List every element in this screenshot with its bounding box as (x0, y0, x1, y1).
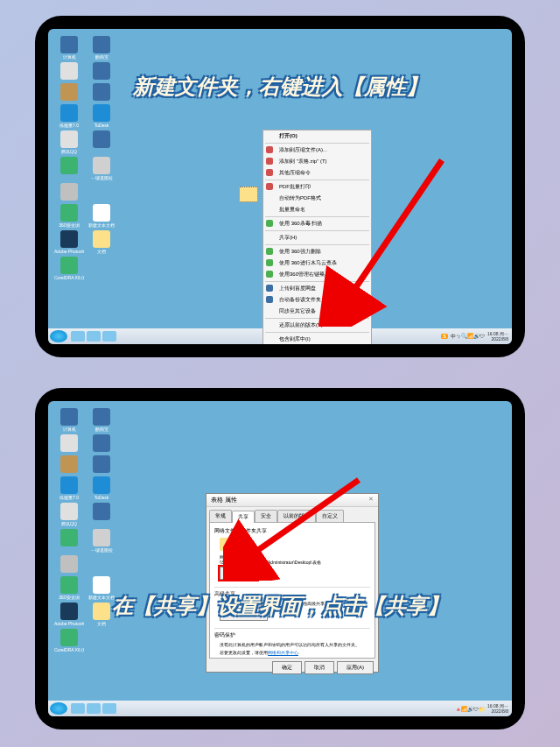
close-icon[interactable]: ✕ (368, 496, 374, 504)
folder-icon (220, 538, 235, 551)
context-menu-item[interactable]: 上传到百度网盘 (263, 283, 371, 294)
folder-status-label: 共享式 (240, 544, 253, 550)
taskbar-item[interactable] (87, 703, 101, 714)
desktop-icon[interactable] (88, 130, 116, 154)
desktop-icon[interactable] (88, 62, 116, 81)
context-menu-item[interactable]: 批量重命名 (263, 204, 371, 215)
share-button[interactable]: 共享(S)... (220, 567, 257, 580)
desktop-icon[interactable]: 一键退图拉 (88, 157, 116, 180)
context-menu-item[interactable]: 添加到 "表格.zip" (T) (263, 156, 371, 167)
context-menu-item[interactable]: 同步至其它设备 (263, 306, 371, 317)
dialog-footer: 确定 取消 应用(A) (206, 659, 378, 677)
desktop-icon[interactable] (55, 455, 83, 474)
desktop-icons-grid: 计算机酷狗宝练腿里7.0ToDesk腾讯QQ一键退图拉360安全浏新建文本文档A… (55, 408, 116, 652)
desktop-icon[interactable] (88, 434, 116, 453)
desktop-icon[interactable]: 文档 (88, 230, 116, 254)
taskbar-item[interactable] (102, 331, 116, 342)
section-title-1: 网络文件和文件夹共享 (214, 527, 370, 535)
desktop-icon[interactable] (55, 83, 83, 102)
folder-name-label: 表格 (240, 538, 253, 544)
desktop-icon[interactable]: 一键退图拉 (88, 529, 116, 553)
section-title-3: 密码保护 (214, 631, 370, 639)
tablet-frame-2: 计算机酷狗宝练腿里7.0ToDesk腾讯QQ一键退图拉360安全浏新建文本文档A… (35, 388, 525, 729)
desktop-icon[interactable]: ToDesk (88, 104, 116, 128)
context-menu-item[interactable]: 还原以前的版本(V) (263, 320, 371, 331)
desktop-icon[interactable]: Adobe Photosh... (55, 603, 83, 626)
desktop-icon[interactable]: 练腿里7.0 (55, 104, 83, 128)
tablet-frame-1: 计算机酷狗宝练腿里7.0ToDesk腾讯QQ一键退图拉360安全浏新建文本文档A… (35, 16, 525, 357)
context-menu-item[interactable]: 自动备份该文件夹 (263, 294, 371, 306)
instruction-caption-2: 在【共享】设置界面，点击【共享】 (112, 592, 448, 620)
desktop-icon[interactable] (88, 257, 116, 280)
desktop-icon[interactable] (55, 529, 83, 553)
selected-folder-icon[interactable] (239, 187, 258, 202)
desktop-icon[interactable]: 酷狗宝 (88, 408, 116, 432)
desktop-icon[interactable] (88, 183, 116, 201)
taskbar-clock[interactable]: 16:08 周一 2022/8/8 (487, 331, 510, 342)
system-tray: 🔺📶🔊🛡📁 16:08 周一 2022/8/8 (455, 703, 510, 714)
context-menu-item[interactable]: 打开(O) (263, 130, 371, 142)
ok-button[interactable]: 确定 (272, 661, 302, 674)
desktop-icon[interactable] (55, 555, 83, 574)
system-tray: S 中ㄅ🔍📶🔊🛡 16:08 周一 2022/8/8 (441, 331, 510, 342)
taskbar-item[interactable] (87, 331, 101, 342)
context-menu-item[interactable]: 使用360管理右键菜单 (263, 269, 371, 280)
desktop-icon[interactable] (55, 183, 83, 201)
dialog-tab[interactable]: 常规 (209, 510, 232, 522)
desktop-icon[interactable]: 计算机 (55, 408, 83, 432)
dialog-tab[interactable]: 共享 (232, 511, 255, 523)
desktop-icon[interactable]: 360安全浏 (55, 204, 83, 228)
context-menu-item[interactable]: 包含到库中(I) (263, 334, 371, 344)
context-menu-item[interactable]: 使用 360进行木马云查杀 (263, 257, 371, 269)
desktop-icon[interactable]: CorelDRA X6 (64-Bit) (55, 257, 83, 280)
desktop-icon[interactable]: 腾讯QQ (55, 503, 83, 526)
taskbar-item[interactable] (71, 331, 85, 342)
context-menu-item[interactable]: 添加到压缩文件(A)... (263, 144, 371, 156)
dialog-title-text: 表格 属性 (211, 496, 237, 504)
desktop-icon[interactable]: ToDesk (88, 476, 116, 500)
desktop-icon[interactable] (55, 157, 83, 180)
desktop-icon[interactable]: 腾讯QQ (55, 130, 83, 154)
desktop-icon[interactable] (88, 503, 116, 526)
desktop-icon[interactable] (88, 629, 116, 652)
desktop-icon[interactable]: Adobe Photosh... (55, 230, 83, 254)
instruction-caption-1: 新建文件夹，右键进入【属性】 (133, 73, 427, 101)
start-button[interactable] (50, 330, 67, 342)
start-button[interactable] (50, 702, 67, 715)
context-menu-item[interactable]: 使用 360强力删除 (263, 246, 371, 257)
desktop-icon[interactable] (55, 62, 83, 81)
taskbar-item[interactable] (71, 703, 85, 714)
desktop-screen-1: 计算机酷狗宝练腿里7.0ToDesk腾讯QQ一键退图拉360安全浏新建文本文档A… (48, 29, 512, 344)
desktop-icon[interactable]: 计算机 (55, 36, 83, 60)
desktop-icon[interactable] (88, 455, 116, 474)
dialog-tab[interactable]: 自定义 (316, 510, 344, 522)
desktop-screen-2: 计算机酷狗宝练腿里7.0ToDesk腾讯QQ一键退图拉360安全浏新建文本文档A… (48, 401, 512, 716)
properties-dialog: 表格 属性 ✕ 常规共享安全以前的版本自定义 网络文件和文件夹共享 表格 共享式 (206, 493, 379, 673)
dialog-titlebar: 表格 属性 ✕ (206, 494, 378, 507)
network-center-link[interactable]: 网络和共享中心 (268, 650, 298, 655)
sogou-ime-icon[interactable]: S (441, 334, 448, 339)
taskbar: 🔺📶🔊🛡📁 16:08 周一 2022/8/8 (48, 701, 512, 716)
context-menu: 打开(O)添加到压缩文件(A)...添加到 "表格.zip" (T)其他压缩命令… (262, 130, 372, 344)
desktop-icon[interactable]: 酷狗宝 (88, 36, 116, 60)
dialog-body: 网络文件和文件夹共享 表格 共享式 网络路径(N): \\Sc-20210909… (209, 522, 375, 659)
desktop-icon[interactable]: 360安全浏 (55, 576, 83, 600)
dialog-tabs: 常规共享安全以前的版本自定义 (206, 507, 378, 522)
apply-button[interactable]: 应用(A) (337, 661, 374, 674)
context-menu-item[interactable]: 其他压缩命令 (263, 167, 371, 179)
context-menu-item[interactable]: 使用 360杀毒 扫描 (263, 218, 371, 229)
context-menu-item[interactable]: 自动转为PDF格式 (263, 193, 371, 204)
context-menu-item[interactable]: PDF批量打印 (263, 181, 371, 193)
context-menu-item[interactable]: 共享(H) (263, 232, 371, 243)
taskbar-item[interactable] (102, 703, 116, 714)
desktop-icon[interactable]: 练腿里7.0 (55, 476, 83, 500)
desktop-icon[interactable]: CorelDRA X6 (64-Bit) (55, 629, 83, 652)
taskbar-clock[interactable]: 16:08 周一 2022/8/8 (487, 703, 510, 714)
cancel-button[interactable]: 取消 (304, 661, 334, 674)
dialog-tab[interactable]: 以前的版本 (277, 510, 316, 522)
desktop-icon[interactable]: 新建文本文档 (88, 204, 116, 228)
dialog-tab[interactable]: 安全 (255, 510, 277, 522)
desktop-icon[interactable] (55, 434, 83, 453)
desktop-icon[interactable] (88, 83, 116, 102)
desktop-icon[interactable] (88, 555, 116, 574)
